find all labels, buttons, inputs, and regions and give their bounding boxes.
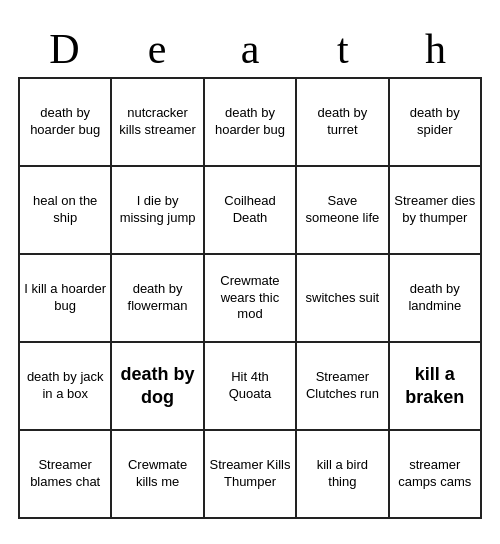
bingo-cell-10: I kill a hoarder bug xyxy=(20,255,112,343)
title-letter-4: h xyxy=(392,25,480,73)
bingo-cell-2: death by hoarder bug xyxy=(205,79,297,167)
bingo-cell-5: heal on the ship xyxy=(20,167,112,255)
bingo-cell-17: Hit 4th Quoata xyxy=(205,343,297,431)
title-letter-2: a xyxy=(206,25,294,73)
bingo-cell-4: death by spider xyxy=(390,79,482,167)
title-letter-3: t xyxy=(299,25,387,73)
bingo-cell-23: kill a bird thing xyxy=(297,431,389,519)
bingo-cell-14: death by landmine xyxy=(390,255,482,343)
bingo-cell-22: Streamer Kills Thumper xyxy=(205,431,297,519)
bingo-grid: death by hoarder bugnutcracker kills str… xyxy=(18,77,482,519)
bingo-cell-16: death by dog xyxy=(112,343,204,431)
bingo-title: Death xyxy=(18,25,482,73)
bingo-card: Death death by hoarder bugnutcracker kil… xyxy=(10,17,490,527)
bingo-cell-21: Crewmate kills me xyxy=(112,431,204,519)
bingo-cell-24: streamer camps cams xyxy=(390,431,482,519)
bingo-cell-1: nutcracker kills streamer xyxy=(112,79,204,167)
bingo-cell-20: Streamer blames chat xyxy=(20,431,112,519)
bingo-cell-7: Coilhead Death xyxy=(205,167,297,255)
bingo-cell-13: switches suit xyxy=(297,255,389,343)
bingo-cell-9: Streamer dies by thumper xyxy=(390,167,482,255)
title-letter-1: e xyxy=(113,25,201,73)
bingo-cell-19: kill a braken xyxy=(390,343,482,431)
bingo-cell-0: death by hoarder bug xyxy=(20,79,112,167)
bingo-cell-18: Streamer Clutches run xyxy=(297,343,389,431)
bingo-cell-3: death by turret xyxy=(297,79,389,167)
bingo-cell-6: I die by missing jump xyxy=(112,167,204,255)
bingo-cell-12: Crewmate wears thic mod xyxy=(205,255,297,343)
bingo-cell-11: death by flowerman xyxy=(112,255,204,343)
bingo-cell-8: Save someone life xyxy=(297,167,389,255)
title-letter-0: D xyxy=(20,25,108,73)
bingo-cell-15: death by jack in a box xyxy=(20,343,112,431)
